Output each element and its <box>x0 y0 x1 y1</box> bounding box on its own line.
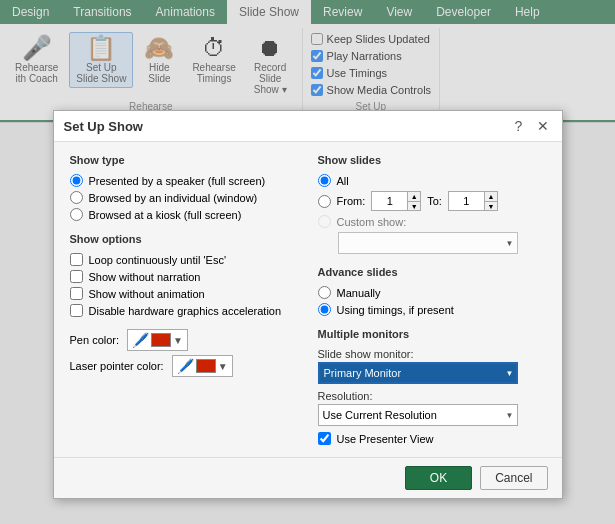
monitor-field-label: Slide show monitor: <box>318 348 546 360</box>
custom-show-select-wrap-outer <box>338 232 546 254</box>
dialog-title-bar: Set Up Show ? ✕ <box>54 111 562 142</box>
no-narration-row: Show without narration <box>70 270 298 283</box>
custom-show-select-wrap <box>338 232 518 254</box>
custom-show-select[interactable] <box>338 232 518 254</box>
advance-slides-group: Manually Using timings, if present <box>318 286 546 316</box>
loop-check-row: Loop continuously until 'Esc' <box>70 253 298 266</box>
timings-label: Using timings, if present <box>337 304 454 316</box>
loop-label: Loop continuously until 'Esc' <box>89 254 227 266</box>
presenter-view-label: Use Presenter View <box>337 433 434 445</box>
manually-row: Manually <box>318 286 546 299</box>
dialog-right-panel: Show slides All From: ▲ ▼ <box>318 154 546 445</box>
pen-icon: 🖊️ <box>132 332 149 348</box>
dialog-help-button[interactable]: ? <box>510 117 528 135</box>
resolution-field-label: Resolution: <box>318 390 546 402</box>
to-input-wrap: ▲ ▼ <box>448 191 498 211</box>
to-spin-down[interactable]: ▼ <box>484 201 498 211</box>
radio-window[interactable] <box>70 191 83 204</box>
radio-window-row: Browsed by an individual (window) <box>70 191 298 204</box>
show-type-label: Show type <box>70 154 298 166</box>
to-spinners: ▲ ▼ <box>484 191 498 211</box>
custom-show-label: Custom show: <box>337 216 407 228</box>
laser-color-arrow: ▼ <box>218 361 228 372</box>
pen-color-arrow: ▼ <box>173 335 183 346</box>
disable-hw-label: Disable hardware graphics acceleration <box>89 305 282 317</box>
monitor-select-wrap-outer: Primary Monitor <box>318 362 546 384</box>
from-spinners: ▲ ▼ <box>407 191 421 211</box>
no-narration-label: Show without narration <box>89 271 201 283</box>
dialog-title-controls: ? ✕ <box>510 117 552 135</box>
show-options-group: Loop continuously until 'Esc' Show witho… <box>70 253 298 317</box>
from-spin-down[interactable]: ▼ <box>407 201 421 211</box>
all-slides-row: All <box>318 174 546 187</box>
laser-color-button[interactable]: 🖊️ ▼ <box>172 355 233 377</box>
radio-from-slides[interactable] <box>318 195 331 208</box>
timings-row: Using timings, if present <box>318 303 546 316</box>
radio-manually[interactable] <box>318 286 331 299</box>
from-input-wrap: ▲ ▼ <box>371 191 421 211</box>
monitor-select-wrap: Primary Monitor <box>318 362 518 384</box>
show-type-group: Presented by a speaker (full screen) Bro… <box>70 174 298 221</box>
dialog-close-button[interactable]: ✕ <box>534 117 552 135</box>
radio-kiosk-label: Browsed at a kiosk (full screen) <box>89 209 242 221</box>
radio-timings[interactable] <box>318 303 331 316</box>
radio-kiosk[interactable] <box>70 208 83 221</box>
monitor-select[interactable]: Primary Monitor <box>318 362 518 384</box>
pen-color-button[interactable]: 🖊️ ▼ <box>127 329 188 351</box>
radio-kiosk-row: Browsed at a kiosk (full screen) <box>70 208 298 221</box>
radio-window-label: Browsed by an individual (window) <box>89 192 258 204</box>
dialog-body: Show type Presented by a speaker (full s… <box>54 142 562 457</box>
laser-color-label: Laser pointer color: <box>70 360 164 372</box>
laser-icon: 🖊️ <box>177 358 194 374</box>
dialog-footer: OK Cancel <box>54 457 562 498</box>
radio-full-screen[interactable] <box>70 174 83 187</box>
laser-color-swatch <box>196 359 216 373</box>
show-options-label: Show options <box>70 233 298 245</box>
presenter-view-checkbox[interactable] <box>318 432 331 445</box>
show-slides-label: Show slides <box>318 154 546 166</box>
radio-all-slides[interactable] <box>318 174 331 187</box>
to-label: To: <box>427 195 442 207</box>
cancel-button[interactable]: Cancel <box>480 466 547 490</box>
from-slides-label: From: <box>337 195 366 207</box>
setup-show-dialog: Set Up Show ? ✕ Show type Presented by a… <box>53 110 563 499</box>
no-narration-checkbox[interactable] <box>70 270 83 283</box>
radio-custom-show[interactable] <box>318 215 331 228</box>
pen-color-label: Pen color: <box>70 334 120 346</box>
no-animation-label: Show without animation <box>89 288 205 300</box>
from-slides-row: From: ▲ ▼ To: ▲ <box>318 191 546 211</box>
pen-color-swatch <box>151 333 171 347</box>
from-input[interactable] <box>371 191 407 211</box>
dialog-title: Set Up Show <box>64 119 143 134</box>
multiple-monitors-label: Multiple monitors <box>318 328 546 340</box>
no-animation-row: Show without animation <box>70 287 298 300</box>
ok-button[interactable]: OK <box>405 466 472 490</box>
manually-label: Manually <box>337 287 381 299</box>
pen-color-row: Pen color: 🖊️ ▼ <box>70 329 298 351</box>
resolution-select-wrap-outer: Use Current Resolution <box>318 404 546 426</box>
custom-show-row: Custom show: <box>318 215 546 228</box>
resolution-wrap: Use Current Resolution <box>318 404 518 426</box>
dialog-overlay: Set Up Show ? ✕ Show type Presented by a… <box>0 0 615 524</box>
all-slides-label: All <box>337 175 349 187</box>
no-animation-checkbox[interactable] <box>70 287 83 300</box>
radio-full-screen-row: Presented by a speaker (full screen) <box>70 174 298 187</box>
presenter-view-row: Use Presenter View <box>318 432 546 445</box>
loop-checkbox[interactable] <box>70 253 83 266</box>
disable-hw-row: Disable hardware graphics acceleration <box>70 304 298 317</box>
to-spin-up[interactable]: ▲ <box>484 191 498 201</box>
advance-slides-label: Advance slides <box>318 266 546 278</box>
radio-full-screen-label: Presented by a speaker (full screen) <box>89 175 266 187</box>
dialog-left-panel: Show type Presented by a speaker (full s… <box>70 154 298 445</box>
from-spin-up[interactable]: ▲ <box>407 191 421 201</box>
to-input[interactable] <box>448 191 484 211</box>
disable-hw-checkbox[interactable] <box>70 304 83 317</box>
laser-color-row: Laser pointer color: 🖊️ ▼ <box>70 355 298 377</box>
show-slides-group: All From: ▲ ▼ To: <box>318 174 546 254</box>
resolution-select[interactable]: Use Current Resolution <box>318 404 518 426</box>
